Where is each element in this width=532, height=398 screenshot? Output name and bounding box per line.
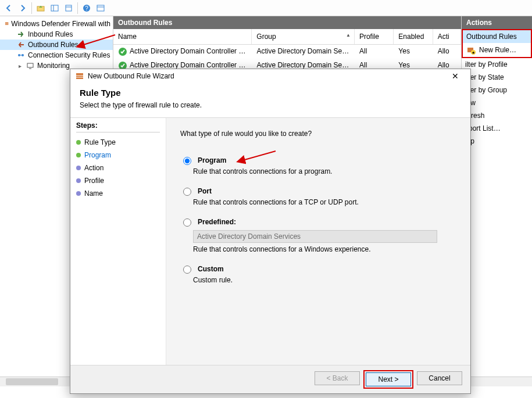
action-view[interactable]: iew (462, 96, 532, 109)
help-icon[interactable]: ? (80, 2, 93, 15)
dialog-title: New Outbound Rule Wizard (88, 72, 174, 80)
properties-icon[interactable] (62, 2, 75, 15)
action-filter-profile[interactable]: ilter by Profile (462, 58, 532, 71)
radio-port[interactable] (183, 188, 191, 196)
predefined-select: Active Directory Domain Services (193, 230, 437, 243)
svg-rect-1 (51, 5, 58, 11)
svg-rect-3 (66, 5, 72, 11)
connection-security-icon (16, 51, 26, 60)
actions-group-title: Outbound Rules (463, 30, 531, 43)
back-icon[interactable] (2, 2, 15, 15)
next-button[interactable]: Next > (366, 372, 411, 386)
svg-rect-23 (76, 73, 83, 79)
close-icon[interactable]: ✕ (445, 71, 466, 81)
action-filter-group[interactable]: ilter by Group (462, 84, 532, 96)
actions-header: Actions (462, 16, 532, 29)
action-filter-state[interactable]: ilter by State (462, 71, 532, 84)
outbound-rules-icon (16, 40, 26, 49)
toolbar: ? (0, 0, 532, 16)
annotation-highlight-next: Next > (365, 371, 412, 388)
svg-rect-7 (97, 5, 104, 11)
tree-item-outbound[interactable]: Outbound Rules (0, 40, 113, 50)
radio-predefined[interactable] (183, 218, 191, 227)
new-outbound-rule-wizard-dialog: New Outbound Rule Wizard ✕ Rule Type Sel… (70, 69, 471, 394)
back-button: < Back (315, 371, 360, 385)
wizard-step-program[interactable]: Program (76, 149, 160, 162)
radio-program[interactable] (183, 157, 191, 165)
action-label: New Rule… (479, 46, 516, 54)
tree-item-label: Inbound Rules (28, 30, 73, 38)
wizard-question: What type of rule would you like to crea… (180, 130, 456, 138)
svg-text:★: ★ (472, 51, 475, 55)
dialog-subheading: Select the type of firewall rule to crea… (80, 101, 461, 109)
export-list-icon[interactable] (94, 2, 107, 15)
dialog-heading: Rule Type (80, 88, 461, 98)
action-export[interactable]: xport List… (462, 122, 532, 135)
wizard-content: What type of rule would you like to crea… (166, 118, 470, 365)
svg-rect-9 (5, 23, 8, 26)
table-row[interactable]: Active Directory Domain Controller - Ec…… (113, 45, 461, 59)
new-rule-icon: ★ (466, 45, 476, 55)
wizard-step-action[interactable]: Action (76, 162, 160, 174)
action-refresh[interactable]: efresh (462, 109, 532, 122)
option-desc: Rule that controls connections for a pro… (193, 167, 456, 175)
col-header-enabled[interactable]: Enabled (394, 29, 433, 44)
up-folder-icon[interactable] (34, 2, 47, 15)
annotation-highlight-new-rule: Outbound Rules ★ New Rule… (462, 29, 532, 58)
col-header-group[interactable]: Group▲ (252, 29, 355, 44)
wizard-step-profile[interactable]: Profile (76, 174, 160, 187)
steps-label: Steps: (76, 121, 160, 132)
dialog-titlebar[interactable]: New Outbound Rule Wizard ✕ (70, 69, 470, 83)
wizard-steps-pane: Steps: Rule Type Program Action Profile … (70, 118, 166, 365)
tree-item-label: Monitoring (37, 62, 70, 70)
forward-icon[interactable] (16, 2, 29, 15)
monitoring-icon (26, 61, 35, 70)
allow-icon (118, 47, 127, 56)
col-header-name[interactable]: Name (113, 29, 252, 44)
expander-icon[interactable]: ▸ (16, 63, 23, 69)
grid-header: Name Group▲ Profile Enabled Acti (113, 29, 461, 45)
tree-root-label: Windows Defender Firewall with (11, 20, 110, 28)
col-header-profile[interactable]: Profile (355, 29, 394, 44)
cancel-button[interactable]: Cancel (417, 371, 462, 385)
action-help[interactable]: elp (462, 135, 532, 148)
radio-custom[interactable] (183, 266, 191, 274)
tree-item-connection-security[interactable]: Connection Security Rules (0, 50, 113, 60)
action-new-rule[interactable]: ★ New Rule… (463, 43, 531, 57)
inbound-rules-icon (16, 30, 26, 39)
actions-pane: Actions Outbound Rules ★ New Rule… ilter… (461, 16, 532, 377)
dialog-buttons: < Back Next > Cancel (70, 365, 470, 393)
tree-item-label: Connection Security Rules (28, 51, 110, 59)
svg-point-13 (22, 54, 24, 56)
option-desc: Custom rule. (193, 276, 456, 284)
wizard-step-name[interactable]: Name (76, 187, 160, 200)
option-port[interactable]: Port Rule that controls connections for … (180, 186, 456, 206)
firewall-icon (75, 71, 84, 81)
svg-rect-15 (27, 63, 33, 67)
center-header: Outbound Rules (113, 16, 461, 29)
option-desc: Rule that controls connections for a TCP… (193, 198, 456, 206)
option-custom[interactable]: Custom Custom rule. (180, 264, 456, 284)
option-program[interactable]: Program Rule that controls connections f… (180, 155, 456, 175)
dialog-heading-area: Rule Type Select the type of firewall ru… (70, 83, 470, 117)
wizard-step-rule-type[interactable]: Rule Type (76, 136, 160, 149)
col-header-action[interactable]: Acti (433, 29, 461, 44)
tree-root[interactable]: Windows Defender Firewall with (0, 19, 113, 29)
svg-point-12 (18, 54, 20, 56)
option-desc: Rule that controls connections for a Win… (193, 245, 456, 253)
tree-item-inbound[interactable]: Inbound Rules (0, 29, 113, 40)
firewall-icon (5, 19, 9, 28)
svg-text:?: ? (85, 5, 88, 12)
option-predefined[interactable]: Predefined: Active Directory Domain Serv… (180, 217, 456, 253)
show-hide-tree-icon[interactable] (48, 2, 61, 15)
tree-item-label: Outbound Rules (28, 41, 78, 49)
